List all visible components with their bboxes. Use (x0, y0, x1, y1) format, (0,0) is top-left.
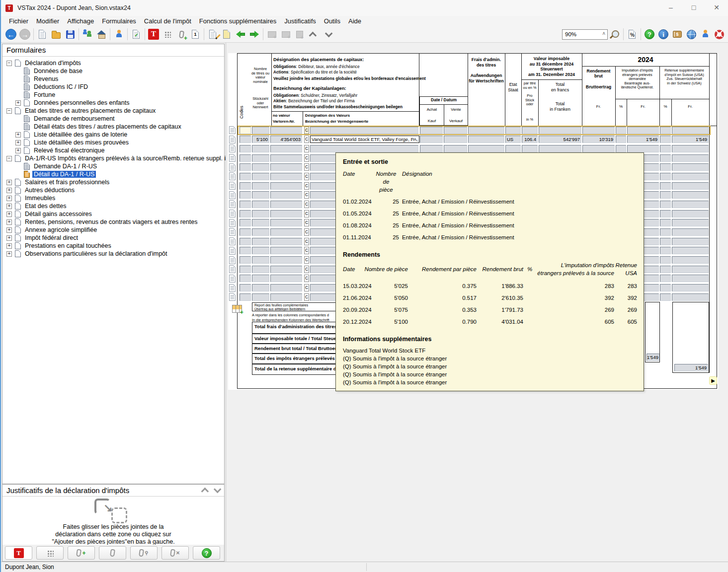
expand-icon[interactable]: + (6, 219, 12, 225)
pct2-cell[interactable] (660, 136, 671, 143)
pct2-cell[interactable] (660, 145, 671, 152)
row-document-icon[interactable] (229, 219, 236, 227)
nombre-cell[interactable] (252, 293, 269, 301)
nombre-cell[interactable] (252, 191, 269, 199)
no_valeur-cell[interactable] (270, 201, 302, 208)
row-document-icon[interactable] (229, 144, 236, 152)
nombre-cell[interactable] (252, 201, 269, 208)
code-cell[interactable]: C (304, 210, 309, 217)
code-cell[interactable]: C (304, 284, 309, 291)
retenue_fr-cell[interactable] (672, 238, 709, 245)
total_francs-cell[interactable] (539, 145, 581, 152)
nombre-cell[interactable] (252, 266, 269, 273)
codes-cell[interactable] (240, 266, 251, 273)
code-cell[interactable]: C (304, 191, 309, 199)
codes-cell[interactable] (240, 173, 251, 180)
row-document-icon[interactable] (229, 136, 236, 143)
retenue_fr-cell[interactable] (672, 145, 709, 152)
row-document-icon[interactable] (229, 275, 236, 283)
pct2-cell[interactable] (660, 293, 671, 301)
pct2-cell[interactable] (660, 182, 671, 190)
tree-item-5[interactable]: +Données personnelles des enfants (2, 99, 224, 107)
close-button[interactable]: ✕ (705, 0, 728, 16)
code-cell[interactable]: C (304, 256, 309, 264)
row-document-icon[interactable] (229, 200, 236, 208)
pct2-cell[interactable] (660, 173, 671, 180)
tree-item-1[interactable]: Données de base (2, 67, 224, 75)
frais-cell[interactable] (468, 145, 504, 152)
expand-icon[interactable]: + (6, 251, 12, 257)
pct2-cell[interactable] (660, 284, 671, 291)
code-cell[interactable]: C (304, 201, 309, 208)
codes-cell[interactable] (240, 293, 251, 301)
rendement_brut-cell[interactable]: 10'319 (582, 136, 615, 143)
imputation_fr-cell[interactable] (627, 145, 659, 152)
retenue_fr-cell[interactable] (672, 275, 709, 282)
info-button[interactable]: i (656, 27, 670, 41)
no_valeur-cell[interactable] (270, 266, 302, 273)
tree-item-3[interactable]: Déductions IC / IFD (2, 83, 224, 91)
code-cell[interactable]: C (304, 266, 309, 273)
retenue_fr-cell[interactable] (672, 173, 709, 180)
code-cell[interactable]: C (304, 173, 309, 180)
pct1-cell[interactable] (616, 136, 626, 143)
pct2-cell[interactable] (660, 275, 671, 282)
next-form-button[interactable] (247, 27, 261, 41)
vente-cell[interactable] (444, 136, 467, 143)
tree-item-14[interactable]: Détail du DA-1 / R-US (2, 170, 224, 178)
tree-item-19[interactable]: +Détail gains accessoires (2, 210, 224, 218)
menu-item-5[interactable]: Fonctions supplémentaires (195, 17, 280, 25)
handbook-button[interactable]: $ (670, 27, 684, 41)
retenue_fr-cell[interactable] (672, 228, 709, 236)
panel-down-button[interactable] (214, 486, 222, 494)
tree-item-22[interactable]: +Impôt fédéral direct (2, 234, 224, 242)
menu-item-4[interactable]: Calcul de l'impôt (140, 17, 195, 25)
zoom-select[interactable]: 90%˄ (562, 29, 608, 40)
expand-icon[interactable]: + (6, 227, 12, 233)
no_valeur-cell[interactable] (270, 228, 302, 236)
retenue_fr-cell[interactable] (672, 154, 709, 162)
tree-item-18[interactable]: +Etat des dettes (2, 202, 224, 210)
validate-button[interactable]: ✓ (129, 27, 143, 41)
retenue_fr-cell[interactable] (672, 191, 709, 199)
no_valeur-cell[interactable] (270, 256, 302, 264)
notes-button[interactable] (220, 27, 234, 41)
pct2-cell[interactable] (660, 210, 671, 217)
next-record-button[interactable]: ▶ (709, 376, 717, 385)
codes-cell[interactable] (240, 201, 251, 208)
tree-item-20[interactable]: +Rentes, pensions, revenus de contrats v… (2, 218, 224, 226)
expand-icon[interactable]: + (6, 243, 12, 249)
menu-item-7[interactable]: Outils (320, 17, 344, 25)
codes-cell[interactable] (240, 219, 251, 226)
vstax-scan-button[interactable]: T (5, 546, 32, 560)
collapse-icon[interactable]: − (6, 108, 12, 114)
move-down-button[interactable] (321, 27, 334, 41)
vente-cell[interactable] (444, 145, 467, 152)
tree-item-4[interactable]: Fortune (2, 91, 224, 99)
row-document-icon[interactable] (229, 154, 236, 162)
forward-button[interactable]: → (18, 27, 32, 41)
code-cell[interactable]: C (304, 145, 309, 152)
code-cell[interactable]: C (304, 247, 309, 254)
row-document-icon[interactable] (229, 126, 236, 134)
code-cell[interactable]: C (304, 219, 309, 226)
pct2-cell[interactable] (660, 256, 671, 264)
menu-item-3[interactable]: Formulaires (98, 17, 140, 25)
retenue_fr-cell[interactable] (672, 293, 709, 301)
collapse-icon[interactable]: − (6, 156, 12, 161)
row-document-icon[interactable] (229, 293, 236, 301)
pct2-cell[interactable] (660, 228, 671, 236)
save-button[interactable] (63, 27, 77, 41)
page-one-button[interactable]: 1 (188, 27, 202, 41)
no_valeur-cell[interactable] (270, 173, 302, 180)
codes-cell[interactable] (240, 228, 251, 236)
website-button[interactable] (684, 27, 698, 41)
row-document-icon[interactable] (229, 284, 236, 292)
no_valeur-cell[interactable] (270, 191, 302, 199)
imputation-total-value[interactable]: 1'549 (647, 354, 659, 361)
nombre-cell[interactable] (252, 238, 269, 245)
nombre-cell[interactable] (252, 284, 269, 291)
designation-input[interactable]: Vanguard Total World Stock ETF, Valley F… (310, 136, 419, 143)
retenue_fr-cell[interactable]: 1'549 (672, 136, 709, 143)
tree-item-12[interactable]: −DA-1/R-US Impôts étrangers prélevés à l… (2, 154, 224, 162)
